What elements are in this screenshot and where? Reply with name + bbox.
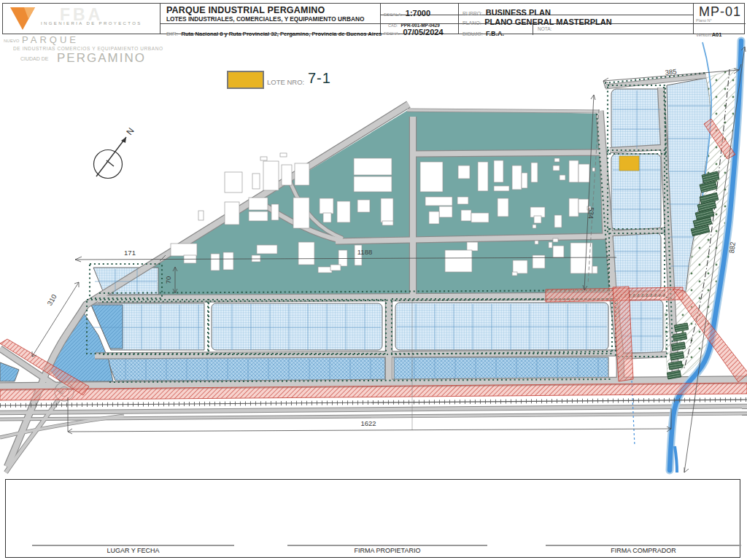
legend-swatch [228,71,263,88]
legend: LOTE NRO: 7-1 [0,0,747,95]
railway [0,400,747,405]
svg-text:70: 70 [164,276,172,284]
svg-text:1622: 1622 [360,419,376,427]
svg-text:171: 171 [124,249,136,257]
north-compass: N [94,125,136,178]
legend-label: LOTE NRO: [267,78,304,86]
sig-lugar-fecha: LUGAR Y FECHA [32,547,234,554]
sig-firma-propietario: FIRMA PROPIETARIO [287,547,487,554]
svg-text:310: 310 [45,293,58,307]
svg-text:534: 534 [587,207,596,219]
svg-text:1188: 1188 [357,248,372,256]
sig-firma-comprador: FIRMA COMPRADOR [546,547,741,554]
lot-7-1 [619,156,639,171]
legend-lot-number: 7-1 [308,70,331,87]
north-label: N [124,125,136,136]
svg-text:882: 882 [727,241,737,254]
signature-block: LUGAR Y FECHA FIRMA PROPIETARIO FIRMA CO… [5,479,740,558]
